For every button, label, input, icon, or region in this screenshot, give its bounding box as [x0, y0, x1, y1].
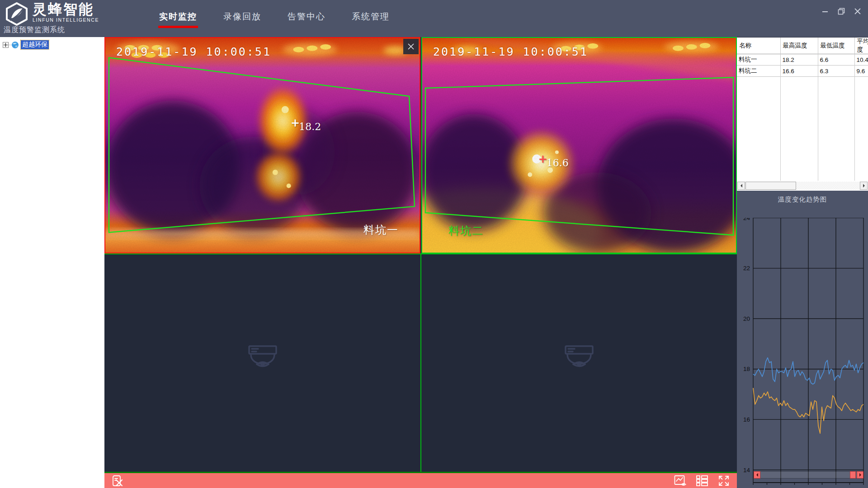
- column-header: 名称: [737, 38, 780, 54]
- app-header: 灵蜂智能 LINFUN INTELLIGENCE 温度预警监测系统 实时监控 录…: [0, 0, 868, 37]
- video-toolbar: [104, 472, 737, 488]
- close-icon: [407, 42, 415, 51]
- crosshair-icon: +: [538, 152, 547, 165]
- tab-realtime-monitor[interactable]: 实时监控: [158, 8, 198, 29]
- table-header-row: 名称最高温度最低温度平均温度: [737, 38, 868, 54]
- timestamp-cam1: 2019-11-19 10:00:51: [116, 45, 271, 58]
- tree-expand-button[interactable]: [3, 42, 9, 48]
- restore-icon: [838, 8, 845, 15]
- table-column-line: [818, 38, 818, 181]
- trend-chart: 242220181614: [737, 218, 868, 485]
- minimize-icon: [822, 8, 828, 14]
- dome-camera-icon: [560, 343, 598, 375]
- svg-text:24: 24: [743, 218, 750, 221]
- column-header: 最低温度: [818, 38, 854, 54]
- camera-name-cam2: 料坑二: [448, 224, 484, 238]
- close-video-button[interactable]: [403, 39, 419, 54]
- scroll-left-button[interactable]: [737, 182, 745, 190]
- chart-title: 温度变化趋势图: [737, 195, 868, 204]
- fullscreen-icon: [718, 475, 730, 487]
- svg-text:22: 22: [743, 265, 750, 272]
- scrollbar-thumb[interactable]: [745, 182, 796, 190]
- tree-node-row: 超越环保: [0, 37, 104, 49]
- table-horizontal-scrollbar[interactable]: [737, 182, 868, 190]
- column-header: 平均温度: [854, 38, 868, 54]
- table-cell: 16.6: [780, 66, 818, 77]
- tab-alarm-center[interactable]: 告警中心: [287, 8, 326, 29]
- chart-horizontal-scrollbar[interactable]: [754, 471, 863, 479]
- trend-chart-toggle-button[interactable]: [674, 474, 687, 487]
- table-row[interactable]: 料坑二16.66.39.6: [737, 66, 868, 77]
- stats-table-section: 名称最高温度最低温度平均温度料坑一18.26.610.4料坑二16.66.39.…: [737, 37, 868, 191]
- svg-text:16: 16: [743, 416, 750, 423]
- dome-camera-icon: [244, 343, 282, 375]
- video-wall: 2019-11-19 10:00:51 +18.2 料坑一: [104, 37, 737, 488]
- company-logo-icon: [5, 2, 29, 26]
- grid-layout-icon: [696, 475, 708, 487]
- table-column-line: [780, 38, 781, 181]
- chart-scrollbar-thumb[interactable]: [850, 471, 856, 479]
- document-x-icon: [112, 475, 123, 487]
- scroll-right-button[interactable]: [860, 182, 868, 190]
- right-arrow-icon: [863, 184, 867, 188]
- tab-video-playback[interactable]: 录像回放: [222, 8, 262, 29]
- table-cell: 10.4: [854, 54, 868, 66]
- restore-button[interactable]: [837, 7, 845, 15]
- trend-chart-section: 温度变化趋势图 242220181614: [737, 191, 868, 488]
- table-row[interactable]: 料坑一18.26.610.4: [737, 54, 868, 66]
- timestamp-cam2: 2019-11-19 10:00:51: [433, 45, 588, 58]
- event-list-toggle-button[interactable]: [111, 474, 124, 487]
- svg-text:14: 14: [743, 467, 750, 474]
- column-header: 最高温度: [780, 38, 818, 54]
- temp-marker-cam2: +16.6: [538, 156, 569, 169]
- table-cell: 6.6: [818, 54, 854, 66]
- left-arrow-icon: [739, 184, 742, 188]
- minimize-button[interactable]: [821, 7, 829, 15]
- temp-marker-cam1: +18.2: [291, 120, 321, 133]
- chart-scroll-right-button[interactable]: [857, 471, 863, 479]
- chart-eye-icon: [674, 475, 687, 487]
- table-cell: 18.2: [780, 54, 818, 66]
- globe-icon: [11, 41, 19, 49]
- close-button[interactable]: [854, 7, 862, 15]
- table-cell: 料坑一: [737, 54, 780, 66]
- brand-name-en: LINFUN INTELLIGENCE: [33, 17, 99, 23]
- temp-value-cam2: 16.6: [547, 157, 569, 169]
- layout-select-button[interactable]: [695, 474, 709, 487]
- video-cell-cam2[interactable]: 2019-11-19 10:00:51 +16.6 料坑二: [421, 37, 737, 253]
- main-nav: 实时监控 录像回放 告警中心 系统管理: [158, 0, 391, 37]
- svg-text:18: 18: [743, 366, 750, 372]
- video-cell-cam1[interactable]: 2019-11-19 10:00:51 +18.2 料坑一: [104, 37, 420, 253]
- camera-name-cam1: 料坑一: [363, 223, 399, 237]
- brand-name-cn: 灵蜂智能: [33, 2, 99, 17]
- thermal-view-cam2: [422, 38, 736, 253]
- temp-value-cam1: 18.2: [299, 121, 321, 132]
- svg-text:20: 20: [743, 315, 750, 322]
- window-controls: [821, 7, 862, 15]
- right-panel: 名称最高温度最低温度平均温度料坑一18.26.610.4料坑二16.66.39.…: [737, 37, 868, 488]
- tree-node-label[interactable]: 超越环保: [21, 40, 49, 49]
- table-cell: 料坑二: [737, 66, 780, 77]
- device-tree-sidebar: 超越环保: [0, 37, 104, 488]
- left-arrow-icon: [755, 473, 758, 477]
- plus-icon: [4, 43, 8, 47]
- table-cell: 6.3: [818, 66, 854, 77]
- table-column-line: [854, 38, 855, 181]
- brand: 灵蜂智能 LINFUN INTELLIGENCE: [5, 2, 99, 26]
- crosshair-icon: +: [291, 116, 300, 129]
- close-icon: [854, 8, 861, 15]
- table-cell: 9.6: [854, 66, 868, 77]
- tab-system-management[interactable]: 系统管理: [351, 8, 391, 29]
- thermal-view-cam1: [105, 38, 420, 253]
- toolbar-right-group: [674, 474, 731, 487]
- chart-scroll-left-button[interactable]: [754, 471, 760, 479]
- right-arrow-icon: [859, 473, 863, 477]
- video-cell-empty-4[interactable]: [421, 254, 737, 472]
- stats-table: 名称最高温度最低温度平均温度料坑一18.26.610.4料坑二16.66.39.…: [737, 38, 868, 77]
- system-name: 温度预警监测系统: [4, 25, 65, 35]
- video-cell-empty-3[interactable]: [104, 254, 420, 472]
- fullscreen-button[interactable]: [717, 474, 731, 487]
